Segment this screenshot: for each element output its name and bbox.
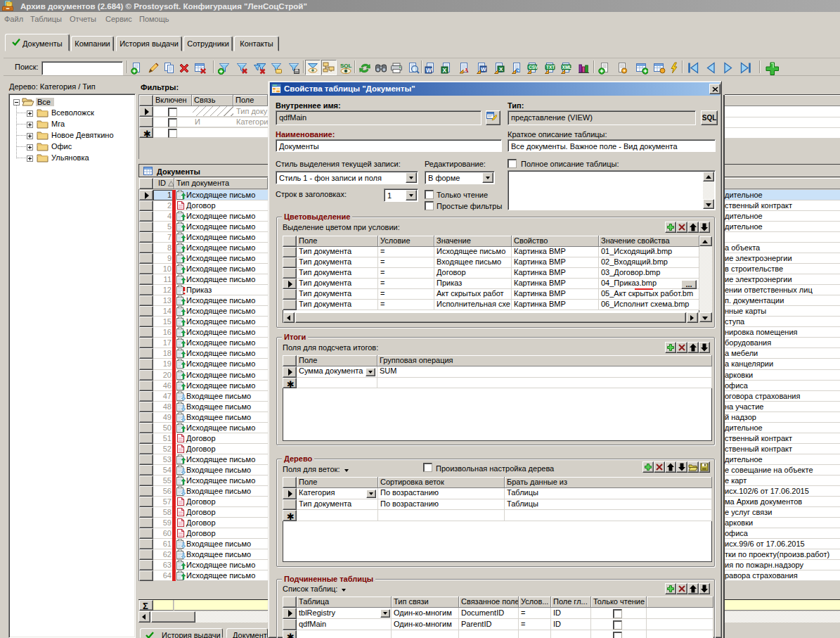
svg-text:CSV: CSV [529,65,538,70]
svg-text:TXT: TXT [546,65,555,70]
svg-text:W: W [426,67,432,74]
svg-text:SQL: SQL [340,63,352,69]
svg-text:A: A [464,67,469,74]
svg-text:X: X [443,67,447,74]
svg-text:XML: XML [562,65,572,70]
svg-text:W: W [481,66,486,72]
svg-text:e: e [516,65,519,73]
svg-text:X: X [499,66,503,72]
